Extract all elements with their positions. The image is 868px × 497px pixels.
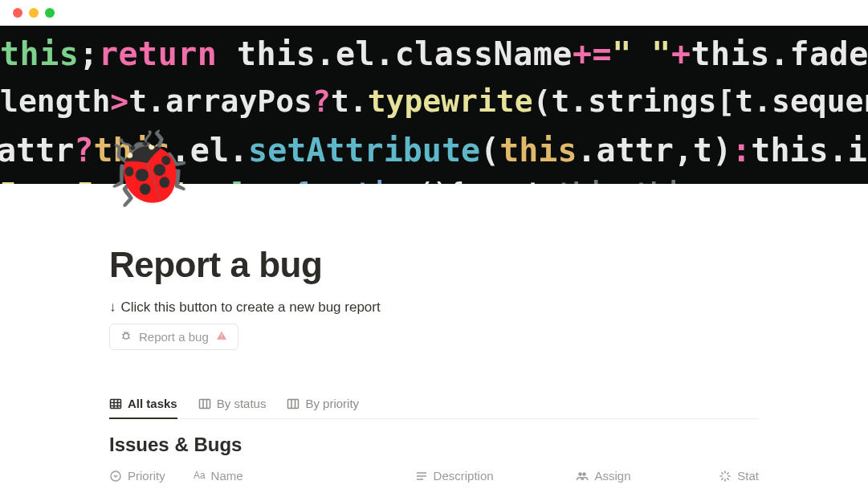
column-label: Name [211,469,243,483]
select-icon [109,470,122,483]
text-icon: Aa [194,470,206,483]
window-titlebar [0,0,868,26]
lines-icon [415,470,428,483]
status-icon [719,470,731,483]
svg-point-4 [111,471,120,481]
column-label: Description [434,469,494,483]
subtitle-text: Click this button to create a new bug re… [121,299,381,316]
window-close-button[interactable] [13,8,22,18]
window-zoom-button[interactable] [45,8,55,18]
page-title[interactable]: Report a bug [109,245,759,285]
tab-label: By priority [305,397,359,410]
column-status[interactable]: Stat [719,469,759,483]
table-header-row: Priority Aa Name Description [109,469,759,483]
page-content: Report a bug ↓ Click this button to crea… [0,184,868,483]
tab-by-status[interactable]: By status [198,393,267,419]
tab-label: All tasks [128,397,177,410]
page-subtitle[interactable]: ↓ Click this button to create a new bug … [109,299,759,316]
warning-icon [215,329,228,344]
bug-icon [120,329,132,344]
column-assign[interactable]: Assign [576,469,719,483]
svg-point-0 [124,333,129,339]
svg-point-6 [583,472,586,475]
tab-all-tasks[interactable]: All tasks [109,393,177,419]
column-description[interactable]: Description [415,469,577,483]
column-label: Assign [594,469,630,483]
column-label: Priority [128,469,165,483]
cover-code-line-2: length>t.arrayPos?t.typewrite(t.strings[… [0,84,868,119]
database-view-tabs: All tasks By status By priority [109,393,759,419]
column-name[interactable]: Aa Name [194,469,415,483]
svg-rect-2 [199,399,210,408]
report-bug-label: Report a bug [139,330,209,344]
svg-rect-1 [111,399,121,408]
cover-code-line-1: this;return this.el.className+=" "+this.… [0,35,868,72]
tab-label: By status [217,397,267,410]
database-title[interactable]: Issues & Bugs [109,434,759,456]
column-priority[interactable]: Priority [109,469,194,483]
arrow-down-icon: ↓ [109,299,116,316]
board-icon [287,397,300,410]
window-minimize-button[interactable] [29,8,39,18]
column-label: Stat [737,469,759,483]
board-icon [198,397,211,410]
people-icon [576,470,589,483]
report-bug-button[interactable]: Report a bug [109,324,238,350]
app-window: this;return this.el.className+=" "+this.… [0,0,868,497]
page-icon[interactable]: 🐞 [103,132,193,205]
svg-rect-3 [288,399,299,408]
svg-point-5 [579,472,582,475]
table-icon [109,397,122,410]
tab-by-priority[interactable]: By priority [287,393,359,419]
